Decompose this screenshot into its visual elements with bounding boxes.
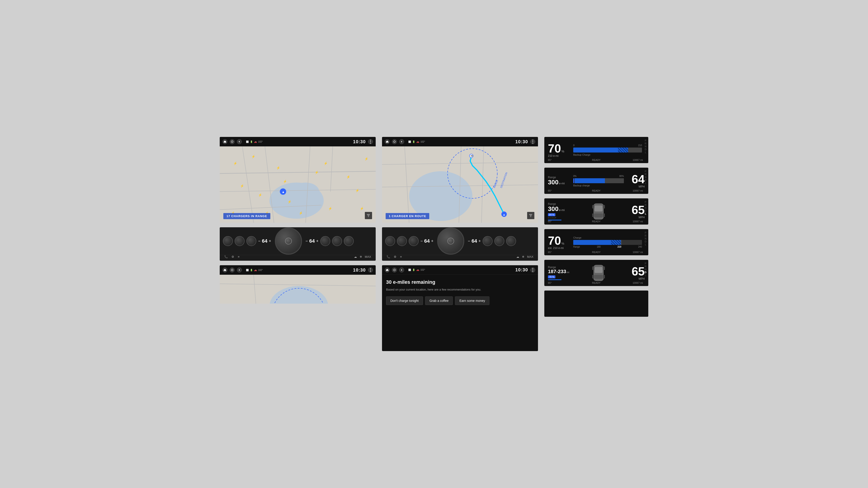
gear-selector-1: P R N D L: [645, 139, 647, 154]
svg-point-3: [370, 143, 371, 143]
earn-money-button[interactable]: Earn some money: [455, 296, 489, 305]
clock-display: 10:30: [353, 139, 366, 144]
svg-point-69: [532, 271, 533, 272]
gauge5-mini-bar: [548, 279, 561, 280]
vol-right-minus[interactable]: −: [306, 239, 308, 243]
gear-d: D: [645, 148, 647, 151]
audio-icon-list[interactable]: ≡: [238, 255, 240, 258]
map2-filter-button[interactable]: [527, 212, 534, 219]
notif-back-icon[interactable]: [399, 267, 404, 272]
audio-knob-r3[interactable]: [344, 236, 354, 246]
menu-icon[interactable]: [230, 139, 235, 144]
audio-knob-treble[interactable]: [235, 236, 245, 246]
grab-coffee-button[interactable]: Grab a coffee: [425, 296, 453, 305]
map2-menu-icon[interactable]: [392, 139, 397, 144]
gauge4-odometer: 10067 mi: [633, 251, 643, 254]
audio2-icon-phone[interactable]: 📞: [386, 255, 390, 258]
audio2-main-knob[interactable]: [437, 228, 464, 255]
svg-rect-76: [603, 214, 605, 217]
map2-back-icon[interactable]: [399, 139, 404, 144]
svg-rect-73: [592, 205, 594, 208]
gauge2-bar-gray: [605, 178, 624, 183]
vol-right-display: 64: [309, 238, 315, 244]
map2-home-icon[interactable]: [385, 139, 390, 144]
vol-right-plus[interactable]: +: [316, 239, 319, 243]
map3-overflow-icon[interactable]: [368, 267, 373, 272]
map3-back-icon[interactable]: [237, 267, 242, 272]
audio-icon-max[interactable]: MAX: [365, 255, 371, 258]
svg-point-45: [394, 141, 395, 142]
audio2-icon-settings[interactable]: ⚙: [394, 255, 397, 258]
audio-icon-phone[interactable]: 📞: [224, 255, 228, 258]
gauge3-speed-section: 65 MPH: [627, 204, 645, 219]
audio2-knob-1[interactable]: [385, 236, 395, 246]
car-top-view-icon: [591, 200, 607, 223]
gauge4-bar-hatch: [611, 240, 621, 245]
gauge5-range-label: Range: [548, 266, 570, 269]
audio-panel-1: − 64 + − 64 + 📞: [220, 227, 376, 261]
audio-knob-r1[interactable]: [320, 236, 330, 246]
back-icon[interactable]: [237, 139, 242, 144]
audio-icon-settings[interactable]: ⚙: [231, 255, 234, 258]
filter-button[interactable]: [365, 212, 372, 219]
audio-icon-temp[interactable]: ☁: [354, 255, 357, 258]
audio2-vol-left-minus[interactable]: −: [421, 239, 423, 243]
gauge2-bar-section: 0% 80% Backup charge: [570, 175, 627, 187]
audio2-knob-3[interactable]: [409, 236, 418, 246]
notification-panel: ⬜ 🔋 🚗 102° 10:30 30 e-miles remaining Ba…: [382, 265, 538, 351]
home-icon[interactable]: [222, 139, 227, 144]
gauge-panel-3: P R N D L Range 300 e-mi 64 % BACKUP: [544, 198, 648, 225]
svg-point-2: [370, 141, 371, 142]
svg-text:⚡: ⚡: [276, 166, 280, 170]
notif-clock: 10:30: [515, 267, 528, 272]
notif-home-icon[interactable]: [385, 267, 390, 272]
gauge4-speed-section: 70 % est. 210 e-mi: [548, 235, 570, 250]
map-body-2: 🏁 ▲ RANGE DESTINATION 1 CHARGER EN ROUTE: [382, 147, 538, 223]
notification-description: Based on your current location, here are…: [386, 287, 534, 292]
audio2-icon-max[interactable]: MAX: [527, 255, 533, 258]
map3-home-icon[interactable]: [222, 267, 227, 272]
gauge4-sub: est. 210 e-mi: [548, 247, 570, 250]
gauge1-range-label: Backup Charge: [573, 153, 642, 156]
gauge3-speed: 65: [627, 204, 645, 216]
gauge5-odometer: 10067 mi: [633, 282, 643, 284]
vol-left-minus[interactable]: −: [258, 239, 260, 243]
notif-menu-icon[interactable]: [392, 267, 397, 272]
gauge3-info: Range 300 e-mi 64 % BACKUP: [548, 202, 570, 221]
audio2-knob-r3[interactable]: [506, 236, 516, 246]
audio-knob-r2[interactable]: [332, 236, 342, 246]
audio-knob-fade[interactable]: [246, 236, 256, 246]
notif-overflow-icon[interactable]: [530, 267, 535, 272]
svg-text:⚡: ⚡: [360, 207, 364, 210]
svg-point-48: [532, 143, 533, 143]
svg-text:⚡: ⚡: [283, 180, 287, 184]
gauge2-bar-blue: [575, 178, 605, 183]
audio-icon-fan[interactable]: ❄: [360, 255, 362, 258]
map3-menu-icon[interactable]: [230, 267, 235, 272]
audio2-knob-r2[interactable]: [494, 236, 504, 246]
map2-overflow-icon[interactable]: [530, 139, 535, 144]
map3-status: ⬜ 🔋 🚗 102°: [246, 269, 263, 271]
audio2-vol-left-plus[interactable]: +: [431, 239, 434, 243]
audio2-icon-list[interactable]: ≡: [400, 255, 402, 258]
audio2-icon-temp[interactable]: ☁: [516, 255, 519, 258]
audio2-icon-fan[interactable]: ❄: [522, 255, 524, 258]
map-panel-1-header: ⬜ 🔋 🚗 102° 10:30: [220, 137, 376, 147]
audio-main-knob[interactable]: [275, 228, 302, 255]
gauge1-bar-gray: [628, 148, 642, 153]
dont-charge-tonight-button[interactable]: Don't charge tonight: [386, 296, 423, 305]
audio-main-knob-inner: [285, 238, 292, 245]
temperature-display: 102°: [258, 140, 263, 143]
vol-left-plus[interactable]: +: [269, 239, 271, 243]
gauge1-scale-end: 210: [638, 144, 642, 147]
audio2-vol-right-plus[interactable]: +: [478, 239, 481, 243]
gauge3-range-val: 300: [548, 205, 559, 213]
audio2-knob-2[interactable]: [397, 236, 407, 246]
gauge-panel-2: P R N D L Range 300 e-mi 0% 80%: [544, 168, 648, 194]
svg-point-67: [532, 268, 533, 269]
overflow-icon[interactable]: [368, 139, 373, 144]
audio2-knob-r1[interactable]: [483, 236, 493, 246]
gauge2-status: READY: [592, 189, 600, 192]
audio2-vol-right-minus[interactable]: −: [468, 239, 470, 243]
audio-knob-bass[interactable]: [223, 236, 233, 246]
